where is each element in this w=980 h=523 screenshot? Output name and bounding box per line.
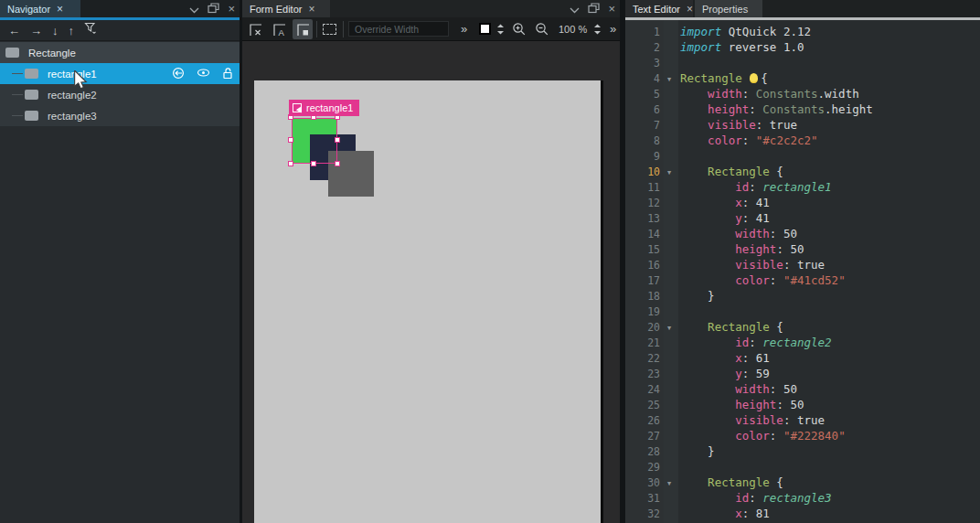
- lightbulb-hint-icon[interactable]: [750, 73, 758, 83]
- show-bounding-rectangles-icon[interactable]: [323, 24, 336, 35]
- code-line-14[interactable]: 14 width: 50: [625, 226, 980, 241]
- code-line-26[interactable]: 26 visible: true: [625, 412, 980, 428]
- close-icon[interactable]: ×: [608, 3, 615, 15]
- code-line-28[interactable]: 28 }: [625, 443, 980, 459]
- navigator-row-rectangle1[interactable]: rectangle1: [0, 63, 240, 84]
- resize-handle[interactable]: [288, 137, 293, 143]
- code-line-17[interactable]: 17 color: "#41cd52": [625, 272, 980, 288]
- toolbar-overflow-icon[interactable]: »: [610, 22, 616, 36]
- filter-icon[interactable]: [84, 22, 98, 38]
- chevron-down-icon[interactable]: [189, 1, 199, 17]
- line-number: 1: [625, 25, 660, 40]
- code-line-24[interactable]: 24 width: 50: [625, 381, 980, 397]
- code-text: color: "#c2c2c2": [678, 133, 818, 147]
- override-width-input[interactable]: [348, 21, 449, 37]
- color-stepper[interactable]: [496, 23, 505, 39]
- resize-handle[interactable]: [335, 161, 340, 166]
- resize-handle[interactable]: [288, 161, 293, 166]
- code-line-27[interactable]: 27 color: "#222840": [625, 428, 980, 443]
- item-type-icon: [25, 69, 38, 79]
- code-line-13[interactable]: 13 y: 41: [625, 210, 980, 226]
- code-line-18[interactable]: 18 }: [625, 288, 980, 304]
- line-number: 18: [625, 289, 660, 304]
- detach-window-icon[interactable]: [588, 1, 600, 17]
- tab-form-editor[interactable]: Form Editor ×: [242, 0, 330, 17]
- navigator-row-rectangle2[interactable]: rectangle2: [0, 84, 240, 105]
- chevron-down-icon[interactable]: [570, 1, 580, 17]
- back-icon[interactable]: ←: [8, 25, 20, 37]
- item-type-icon: [25, 111, 38, 121]
- code-text: Rectangle {: [678, 475, 783, 489]
- forward-icon[interactable]: →: [30, 25, 42, 37]
- code-line-8[interactable]: 8 color: "#c2c2c2": [625, 133, 980, 148]
- resize-handle[interactable]: [311, 161, 316, 166]
- code-line-22[interactable]: 22 x: 61: [625, 350, 980, 366]
- design-canvas[interactable]: rectangle1: [254, 80, 603, 523]
- code-line-9[interactable]: 9: [625, 148, 980, 164]
- zoom-in-icon[interactable]: [512, 22, 527, 40]
- code-line-2[interactable]: 2import reverse 1.0: [625, 39, 980, 55]
- code-line-21[interactable]: 21 id: rectangle2: [625, 335, 980, 350]
- item-type-icon: [25, 90, 38, 100]
- fill-color-swatch[interactable]: [479, 23, 491, 35]
- zoom-out-icon[interactable]: [535, 22, 549, 40]
- code-text: width: 50: [678, 227, 797, 240]
- code-text: [678, 304, 680, 318]
- line-number: 25: [625, 398, 660, 413]
- tab-properties[interactable]: Properties: [695, 0, 762, 17]
- move-down-icon[interactable]: ↓: [52, 25, 59, 37]
- tab-text-editor[interactable]: Text Editor ×: [625, 0, 693, 17]
- code-line-12[interactable]: 12 x: 41: [625, 195, 980, 210]
- code-text: [678, 149, 680, 163]
- close-icon[interactable]: ×: [228, 3, 235, 15]
- code-line-20[interactable]: 20▼ Rectangle {: [625, 319, 980, 335]
- move-up-icon[interactable]: ↑: [69, 25, 75, 37]
- no-snapping-icon[interactable]: [245, 19, 265, 39]
- tab-navigator[interactable]: Navigator ×: [0, 0, 80, 17]
- snap-with-anchors-icon[interactable]: A: [269, 19, 289, 39]
- line-number: 7: [625, 118, 660, 133]
- line-number: 16: [625, 258, 660, 273]
- code-line-23[interactable]: 23 y: 59: [625, 366, 980, 381]
- code-text: width: Constants.width: [678, 87, 859, 101]
- navigator-row-rectangle[interactable]: Rectangle: [0, 42, 240, 63]
- unlock-icon[interactable]: [222, 67, 233, 81]
- close-icon[interactable]: ×: [308, 4, 314, 15]
- code-line-25[interactable]: 25 height: 50: [625, 397, 980, 412]
- code-line-5[interactable]: 5 width: Constants.width: [625, 86, 980, 101]
- resize-handle[interactable]: [335, 137, 340, 143]
- form-editor-tabbar: Form Editor × ×: [242, 0, 620, 17]
- code-line-10[interactable]: 10▼ Rectangle {: [625, 164, 980, 179]
- navigator-row-rectangle3[interactable]: rectangle3: [0, 105, 240, 126]
- code-text: }: [678, 444, 715, 458]
- selection-label[interactable]: rectangle1: [289, 100, 359, 116]
- line-number: 28: [625, 444, 660, 460]
- line-number: 26: [625, 413, 660, 429]
- close-icon[interactable]: ×: [687, 4, 693, 15]
- snap-without-anchors-icon[interactable]: [293, 19, 313, 39]
- goto-component-icon[interactable]: [172, 67, 185, 81]
- code-line-16[interactable]: 16 visible: true: [625, 257, 980, 272]
- line-number: 11: [625, 180, 660, 196]
- code-line-1[interactable]: 1import QtQuick 2.12: [625, 24, 980, 39]
- code-line-29[interactable]: 29: [625, 459, 980, 475]
- detach-window-icon[interactable]: [208, 1, 219, 17]
- code-line-11[interactable]: 11 id: rectangle1: [625, 179, 980, 195]
- line-number: 31: [625, 491, 660, 507]
- code-editor[interactable]: 1import QtQuick 2.122import reverse 1.03…: [625, 20, 980, 523]
- toolbar-overflow-icon[interactable]: »: [461, 22, 467, 36]
- zoom-stepper[interactable]: [593, 23, 602, 39]
- code-line-4[interactable]: 4▼Rectangle {: [625, 70, 980, 86]
- code-line-6[interactable]: 6 height: Constants.height: [625, 101, 980, 117]
- code-line-7[interactable]: 7 visible: true: [625, 117, 980, 133]
- visibility-icon[interactable]: [197, 68, 210, 80]
- tab-properties-label: Properties: [702, 4, 748, 15]
- close-icon[interactable]: ×: [57, 4, 63, 15]
- code-line-19[interactable]: 19: [625, 304, 980, 319]
- code-line-3[interactable]: 3: [625, 55, 980, 70]
- code-line-32[interactable]: 32 x: 81: [625, 506, 980, 521]
- line-number: 22: [625, 351, 660, 367]
- code-line-15[interactable]: 15 height: 50: [625, 241, 980, 257]
- code-line-31[interactable]: 31 id: rectangle3: [625, 490, 980, 506]
- code-line-30[interactable]: 30▼ Rectangle {: [625, 475, 980, 490]
